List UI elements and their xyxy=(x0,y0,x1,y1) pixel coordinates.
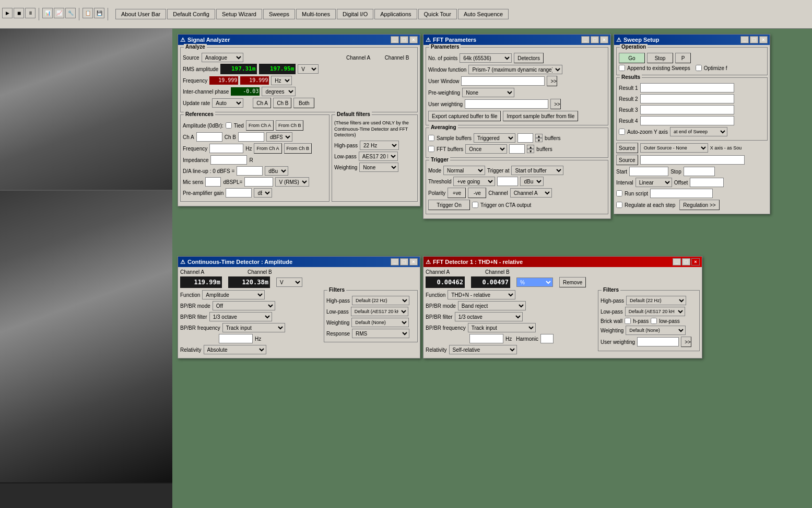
trigger-at-select[interactable]: Start of buffer xyxy=(511,166,563,175)
imp-input[interactable]: 600.0000 xyxy=(210,155,247,165)
stop-btn[interactable]: Stop xyxy=(647,53,673,63)
close-btn-fftd[interactable]: × xyxy=(691,258,700,265)
fftd-lp-select[interactable]: Default (AES17 20 kH xyxy=(625,307,685,316)
quick-tour-btn[interactable]: Quick Tour xyxy=(418,9,457,19)
points-select[interactable]: 64k (65536) xyxy=(460,53,512,63)
detectors-btn[interactable]: Detectors xyxy=(514,53,544,63)
fft-spin-up[interactable]: ▲ xyxy=(527,145,534,149)
result4-input[interactable]: - None - xyxy=(640,116,734,125)
close-btn-sweep[interactable]: × xyxy=(759,36,768,43)
result2-input[interactable]: FFT Detector 1 : THD+N - relative : C xyxy=(640,94,734,103)
fftd-weight-select[interactable]: Default (None) xyxy=(626,326,686,335)
da-unit-select[interactable]: dBu xyxy=(265,166,288,176)
start-input[interactable]: 20000.000 xyxy=(629,167,668,176)
from-ch-b-btn[interactable]: From Ch B xyxy=(276,120,304,131)
close-btn-fft[interactable]: × xyxy=(600,36,608,43)
ct-bpbr-freq-select[interactable]: Track input xyxy=(222,323,285,332)
maximize-btn-ct[interactable]: □ xyxy=(400,258,408,265)
both-btn[interactable]: Both xyxy=(293,98,314,108)
polarity-neg-btn[interactable]: -ve xyxy=(468,188,486,198)
ch-b-btn[interactable]: Ch B xyxy=(273,98,291,108)
fftd-bpbr-mode-select[interactable]: Band reject xyxy=(458,301,526,310)
weight-select[interactable]: None xyxy=(359,163,398,172)
trigger-on-btn[interactable]: Trigger On xyxy=(428,200,470,210)
append-checkbox[interactable] xyxy=(619,65,625,71)
chb-ref-input[interactable]: 0.000 xyxy=(238,132,264,142)
freq-ref-input[interactable]: 1000.000 xyxy=(209,144,243,153)
fftd-bpbr-freq-select[interactable]: Track input xyxy=(468,323,536,332)
multi-tones-btn[interactable]: Multi-tones xyxy=(296,9,336,19)
phase-unit-select[interactable]: degrees xyxy=(262,87,296,96)
hp-select[interactable]: 22 Hz xyxy=(360,141,399,150)
fftd-harmonic-input[interactable]: 2 xyxy=(540,334,554,343)
maximize-btn-fftd[interactable]: □ xyxy=(682,258,690,265)
go-btn[interactable]: Go xyxy=(619,53,645,63)
ref-unit-select[interactable]: dBFS xyxy=(266,132,292,142)
from-ch-b2-btn[interactable]: From Ch B xyxy=(284,143,312,154)
toolbar-icon-1[interactable]: ▶ xyxy=(2,8,13,18)
window-select[interactable]: Prism-7 (maximum dynamic range) xyxy=(468,65,562,74)
toolbar-icon-8[interactable]: 💾 xyxy=(94,8,104,18)
minimize-btn-fftd[interactable]: _ xyxy=(673,258,681,265)
fftd-hp-check[interactable] xyxy=(625,318,631,324)
run-script-checkbox[interactable] xyxy=(616,190,622,197)
source2-btn-sweep[interactable]: Source xyxy=(616,155,638,165)
ct-bpbr-mode-select[interactable]: Off xyxy=(213,301,275,310)
interval-select[interactable]: Linear xyxy=(636,178,672,187)
fftd-user-weight-input[interactable] xyxy=(637,337,679,347)
cha-ref-input[interactable]: 0.000 xyxy=(196,132,222,142)
fftd-bpbr-filter-select[interactable]: 1/3 octave xyxy=(455,312,523,321)
fft-mode-select[interactable]: Once xyxy=(465,144,507,154)
source-select[interactable]: Analogue xyxy=(202,53,243,62)
ct-function-select[interactable]: Amplitude xyxy=(202,290,265,299)
regulate-checkbox[interactable] xyxy=(616,202,622,208)
setup-wizard-btn[interactable]: Setup Wizard xyxy=(216,9,262,19)
fftd-function-select[interactable]: THD+N - relative xyxy=(448,290,515,299)
user-window-expand-btn[interactable]: >> xyxy=(547,76,557,86)
fftd-lp-check[interactable] xyxy=(651,318,657,324)
digital-io-btn[interactable]: Digital I/O xyxy=(337,9,373,19)
toolbar-icon-5[interactable]: 📈 xyxy=(54,8,64,18)
lp-select[interactable]: AES17 20 kHz xyxy=(359,152,398,161)
toolbar-icon-3[interactable]: ⏸ xyxy=(25,8,36,18)
sample-mode-select[interactable]: Triggered xyxy=(474,133,515,143)
source2-input[interactable]: Generator frequency (both channels xyxy=(640,155,745,165)
update-select[interactable]: Auto xyxy=(212,98,243,108)
mic-input[interactable]: 94.0 xyxy=(205,177,221,187)
run-script-input[interactable] xyxy=(650,189,713,198)
regulation-btn[interactable]: Regulation >> xyxy=(679,200,719,210)
from-ch-a-btn[interactable]: From Ch A xyxy=(246,120,274,131)
threshold-val-input[interactable]: -INF xyxy=(497,177,518,186)
applications-btn[interactable]: Applications xyxy=(374,9,417,19)
toolbar-icon-2[interactable]: ◼ xyxy=(14,8,24,18)
result1-input[interactable]: FFT Detector 1 : THD+N - relative : C xyxy=(640,83,734,93)
da-input[interactable]: 24.000 xyxy=(237,166,263,176)
fftd-hp-select[interactable]: Default (22 Hz) xyxy=(626,296,686,305)
export-buffer-btn[interactable]: Export captured buffer to file xyxy=(428,111,501,121)
sweeps-btn[interactable]: Sweeps xyxy=(263,9,295,19)
sample-count-input[interactable]: 8 xyxy=(517,133,533,143)
trigger-cta-checkbox[interactable] xyxy=(472,202,478,208)
fft-spin-down[interactable]: ▼ xyxy=(527,149,534,153)
channel-select[interactable]: Channel A xyxy=(510,188,552,198)
toolbar-icon-6[interactable]: 🔧 xyxy=(65,8,76,18)
ct-response-select[interactable]: RMS xyxy=(352,329,409,338)
mic-unit2-select[interactable]: V (RMS) xyxy=(275,177,309,187)
ct-relativity-select[interactable]: Absolute xyxy=(204,345,266,354)
ct-bpbr-filter-select[interactable]: 1/3 octave xyxy=(209,312,272,321)
from-ch-a2-btn[interactable]: From Ch A xyxy=(254,143,281,154)
offset-input[interactable]: -999.000 xyxy=(690,178,724,187)
user-weight-input[interactable] xyxy=(465,99,548,109)
minimize-btn-sweep[interactable]: _ xyxy=(740,36,749,43)
freq-unit-select[interactable]: Hz xyxy=(271,76,292,85)
result3-input[interactable]: - None - xyxy=(640,105,734,114)
maximize-btn-fft[interactable]: □ xyxy=(591,36,599,43)
pause-btn[interactable]: P xyxy=(675,53,691,63)
autozoom-checkbox[interactable] xyxy=(619,129,625,135)
maximize-btn-sig[interactable]: □ xyxy=(400,36,408,43)
outer-source-select[interactable]: Outer Source - None xyxy=(640,143,708,153)
threshold-unit-select[interactable]: dBu xyxy=(520,177,544,186)
sample-spin-down[interactable]: ▼ xyxy=(535,138,543,142)
ct-weight-select[interactable]: Default (None) xyxy=(351,318,409,327)
close-btn-ct[interactable]: × xyxy=(409,258,418,265)
